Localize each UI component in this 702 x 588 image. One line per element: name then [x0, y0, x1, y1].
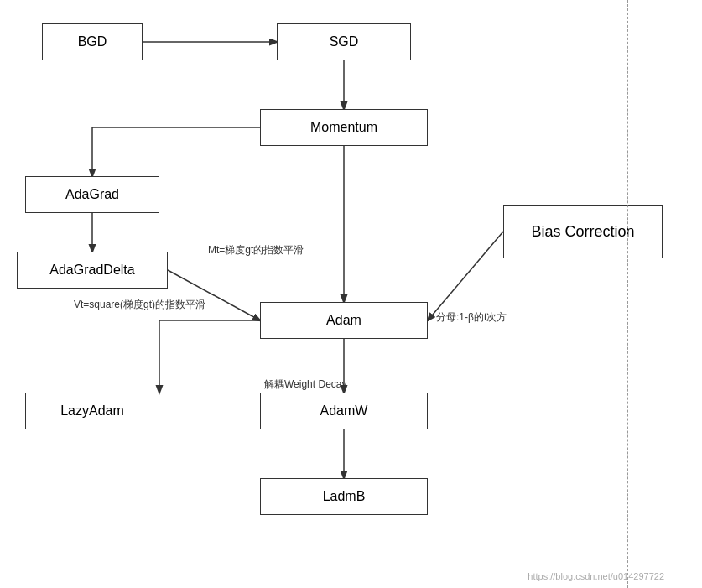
- adagraddelta-label: AdaGradDelta: [49, 263, 134, 278]
- label-mt: Mt=梯度gt的指数平滑: [208, 243, 304, 258]
- svg-line-11: [428, 232, 503, 320]
- adam-label: Adam: [326, 313, 361, 328]
- watermark: https://blog.csdn.net/u014297722: [528, 571, 664, 581]
- node-momentum: Momentum: [260, 109, 428, 146]
- adamw-label: AdamW: [320, 403, 368, 419]
- node-adamw: AdamW: [260, 393, 428, 429]
- sgd-label: SGD: [330, 34, 359, 49]
- dashed-divider: [627, 0, 628, 588]
- diagram-container: BGD SGD Momentum AdaGrad AdaGradDelta Ad…: [0, 0, 702, 588]
- label-denominator: 分母:1-β的t次方: [436, 310, 507, 325]
- bgd-label: BGD: [78, 34, 107, 49]
- node-sgd: SGD: [277, 23, 411, 60]
- node-lazyadam: LazyAdam: [25, 393, 159, 429]
- node-bias-correction: Bias Correction: [503, 205, 663, 258]
- ladmb-label: LadmB: [323, 489, 366, 504]
- node-ladmb: LadmB: [260, 478, 428, 515]
- label-weight-decay: 解耦Weight Decay: [264, 377, 346, 392]
- bias-correction-label: Bias Correction: [531, 223, 634, 241]
- svg-line-6: [168, 270, 260, 320]
- node-adagrad: AdaGrad: [25, 176, 159, 213]
- node-adam: Adam: [260, 302, 428, 339]
- node-adagraddelta: AdaGradDelta: [17, 252, 168, 289]
- lazyadam-label: LazyAdam: [60, 403, 124, 419]
- node-bgd: BGD: [42, 23, 143, 60]
- momentum-label: Momentum: [310, 120, 377, 135]
- label-vt: Vt=square(梯度gt)的指数平滑: [74, 298, 205, 312]
- adagrad-label: AdaGrad: [65, 187, 119, 202]
